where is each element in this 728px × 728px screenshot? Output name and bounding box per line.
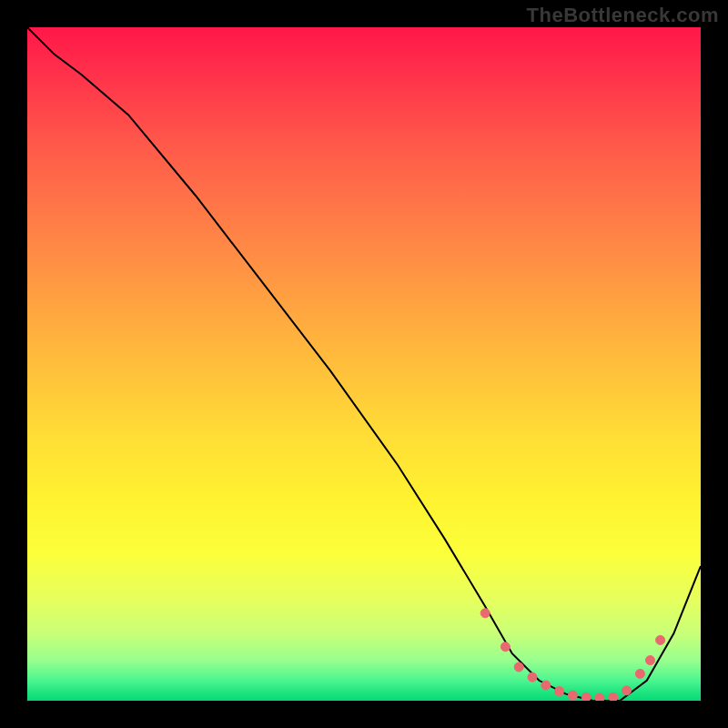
marker-dot (609, 693, 618, 701)
curve-layer (27, 27, 701, 701)
marker-dot (622, 686, 632, 695)
plot-area (27, 27, 701, 701)
marker-dot (541, 681, 551, 690)
marker-dot (568, 691, 577, 700)
marker-dot (656, 635, 665, 644)
marker-dot (635, 669, 644, 678)
marker-dot (480, 609, 490, 618)
bottleneck-curve (27, 27, 701, 701)
marker-dot (595, 693, 604, 701)
marker-dot (646, 656, 655, 665)
marker-dot (555, 687, 564, 696)
watermark-text: TheBottleneck.com (527, 4, 719, 27)
marker-dot (500, 642, 510, 652)
chart-frame: TheBottleneck.com (0, 0, 728, 728)
marker-dot (528, 672, 537, 682)
marker-dot (514, 662, 523, 672)
marker-dot (581, 693, 591, 701)
